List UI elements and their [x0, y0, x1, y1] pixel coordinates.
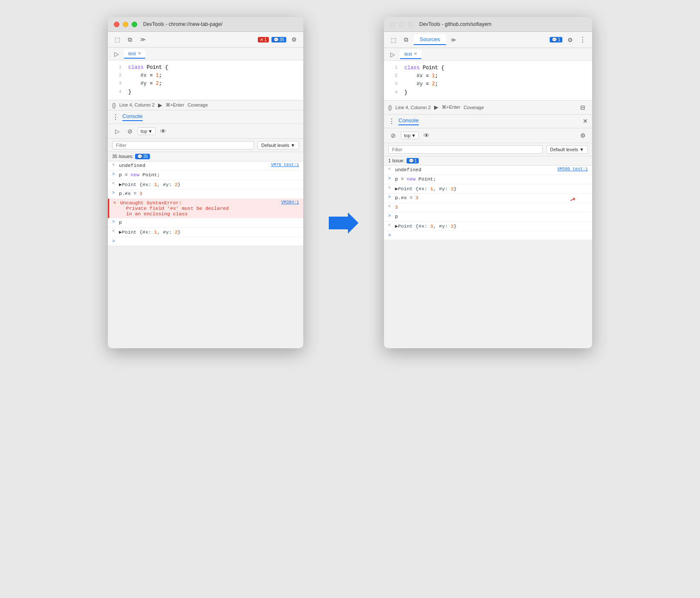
dots-menu-2[interactable]: ⋮: [388, 117, 395, 125]
code-line-2-3: 3 #y = 2;: [384, 80, 592, 88]
filter-input-1[interactable]: [112, 141, 254, 150]
braces-icon-2[interactable]: {}: [388, 104, 392, 110]
error-icon: ✕: [260, 37, 263, 42]
more-options-icon[interactable]: ⋮: [578, 35, 588, 45]
top-toolbar-2: ⬚ ⧉ Sources ≫ 💬 1 ⚙ ⋮: [384, 32, 592, 48]
status-bar-2: {} Line 4, Column 2 ▶ ⌘+Enter Coverage ⊟: [384, 100, 592, 115]
devtools-window-1: DevTools - chrome://new-tab-page/ ⬚ ⧉ ≫ …: [108, 17, 303, 348]
comment-icon-3: 💬: [552, 37, 557, 42]
log-entry-2: > p: [384, 212, 592, 222]
console-close-btn[interactable]: ✕: [583, 118, 588, 124]
coverage-text-1: Coverage: [188, 102, 208, 107]
block-icon-2[interactable]: ⊘: [388, 130, 398, 141]
dot-3: [408, 22, 413, 27]
close-traffic-light[interactable]: [114, 22, 119, 27]
minimize-traffic-light[interactable]: [123, 22, 128, 27]
panel-toggle-icon[interactable]: ▷: [111, 49, 121, 59]
maximize-traffic-light[interactable]: [132, 22, 137, 27]
console-log-1: < undefined VM76 test:1 > p = new Point;…: [108, 161, 303, 245]
eye-icon-2[interactable]: 👁: [421, 130, 432, 141]
expand-icon[interactable]: ⊟: [578, 102, 588, 113]
braces-icon[interactable]: {}: [112, 102, 116, 108]
top-toolbar-1: ⬚ ⧉ ≫ ✕ 1 💬 35 ⚙: [108, 32, 303, 48]
code-line-2-1: 1 class Point {: [384, 64, 592, 72]
log-entry: < ▶Point {#x: 1, #y: 2}: [108, 180, 303, 189]
console-section-1: ⋮ Console ▷ ⊘ top ▼ 👁 Default levels ▼: [108, 110, 303, 245]
title-bar-2: DevTools - github.com/sofiayem: [384, 17, 592, 32]
default-levels-1[interactable]: Default levels ▼: [257, 141, 299, 150]
window-title-1: DevTools - chrome://new-tab-page/: [143, 21, 223, 27]
filter-input-2[interactable]: [388, 145, 543, 154]
console-log-2: < undefined VM580 test:1 > p = new Point…: [384, 166, 592, 240]
run-icon-2[interactable]: ▶: [434, 104, 438, 110]
comment-icon-4: 💬: [409, 158, 414, 163]
top-dropdown-1[interactable]: top ▼: [138, 127, 155, 135]
dots-menu-1[interactable]: ⋮: [112, 113, 119, 121]
tab-close-1[interactable]: ✕: [138, 51, 141, 56]
issues-count-badge-2: 💬 1: [406, 158, 419, 164]
code-line-1: 1 class Point {: [108, 64, 303, 72]
log-entry: < ▶Point {#x: 1, #y: 2}: [108, 228, 303, 237]
log-entry-2: < undefined VM580 test:1: [384, 166, 592, 175]
top-dropdown-2[interactable]: top ▼: [401, 132, 419, 139]
issues-badge-2: 💬 1: [550, 37, 562, 42]
console-section-2: ⋮ Console ✕ ⊘ top ▼ 👁 ⚙ Default levels ▼: [384, 115, 592, 240]
log-entry-2: > p.#x = 3 ↙: [384, 194, 592, 203]
layers-icon[interactable]: ⧉: [125, 34, 135, 45]
dropdown-arrow-1: ▼: [148, 129, 152, 134]
code-panel-1: 1 class Point { 2 #x = 1; 3 #y = 2; 4 }: [108, 60, 303, 100]
issues-bar-1: 35 Issues: 💬 35: [108, 152, 303, 161]
test-tab-1[interactable]: test ✕: [124, 49, 145, 59]
issues-count-badge-1: 💬 35: [135, 154, 150, 159]
more-tabs-icon-2[interactable]: ≫: [449, 35, 459, 45]
filter-bar-2: Default levels ▼: [384, 143, 592, 156]
log-entry: < undefined VM76 test:1: [108, 161, 303, 171]
comment-icon: 💬: [274, 37, 279, 42]
sources-tab-main[interactable]: Sources: [414, 34, 446, 45]
coverage-text-2: Coverage: [464, 105, 484, 110]
eye-icon-1[interactable]: 👁: [158, 126, 168, 136]
console-header-2: ⋮ Console ✕: [384, 115, 592, 128]
gear-icon[interactable]: ⚙: [289, 34, 299, 45]
test-tab-2[interactable]: test ✕: [400, 50, 421, 59]
log-link-error[interactable]: VM384:1: [281, 200, 299, 205]
layers-icon-2[interactable]: ⧉: [401, 35, 411, 45]
console-title-2[interactable]: Console: [398, 117, 419, 125]
log-entry-2: < 3: [384, 203, 592, 212]
status-bar-1: {} Line 4, Column 2 ▶ ⌘+Enter Coverage: [108, 100, 303, 110]
block-icon-1[interactable]: ⊘: [125, 126, 135, 136]
log-entry: > p = new Point;: [108, 171, 303, 180]
log-entry-2: < ▶Point {#x: 3, #y: 2}: [384, 222, 592, 231]
blue-arrow: [329, 212, 358, 234]
code-line-2-4: 4 }: [384, 89, 592, 97]
log-link-2[interactable]: VM580 test:1: [557, 167, 588, 172]
console-run-icon[interactable]: ▷: [112, 126, 122, 136]
run-shortcut-2: ⌘+Enter: [442, 104, 460, 110]
location-text-1: Line 4, Column 2: [119, 102, 155, 107]
window-title-2: DevTools - github.com/sofiayem: [419, 21, 491, 27]
default-levels-2[interactable]: Default levels ▼: [546, 145, 588, 154]
prompt-line-2: >: [384, 231, 592, 240]
devtools-window-2: DevTools - github.com/sofiayem ⬚ ⧉ Sourc…: [384, 17, 592, 348]
panel-toggle-icon-2[interactable]: ▷: [387, 49, 398, 59]
filter-bar-1: Default levels ▼: [108, 139, 303, 152]
blue-arrow-container: [329, 212, 358, 234]
tab-close-2[interactable]: ✕: [414, 51, 417, 56]
run-icon-1[interactable]: ▶: [158, 102, 162, 108]
log-entry-2: > p = new Point;: [384, 175, 592, 184]
console-title-1[interactable]: Console: [122, 113, 143, 121]
console-gear-icon[interactable]: ⚙: [578, 130, 588, 141]
svg-marker-0: [329, 212, 358, 234]
console-toolbar-2: ⊘ top ▼ 👁 ⚙: [384, 128, 592, 143]
code-line-2-2: 2 #x = 1;: [384, 72, 592, 80]
log-entry: > p: [108, 218, 303, 228]
sources-toolbar-2: ▷ test ✕: [384, 48, 592, 61]
gear-icon-2[interactable]: ⚙: [565, 35, 575, 45]
code-line-4: 4 }: [108, 88, 303, 96]
more-tabs-icon[interactable]: ≫: [138, 34, 148, 45]
issues-badge: 💬 35: [271, 37, 286, 42]
cursor-icon[interactable]: ⬚: [112, 34, 122, 45]
log-link[interactable]: VM76 test:1: [271, 163, 299, 167]
cursor-icon-2[interactable]: ⬚: [388, 35, 398, 45]
console-header-1: ⋮ Console: [108, 110, 303, 124]
